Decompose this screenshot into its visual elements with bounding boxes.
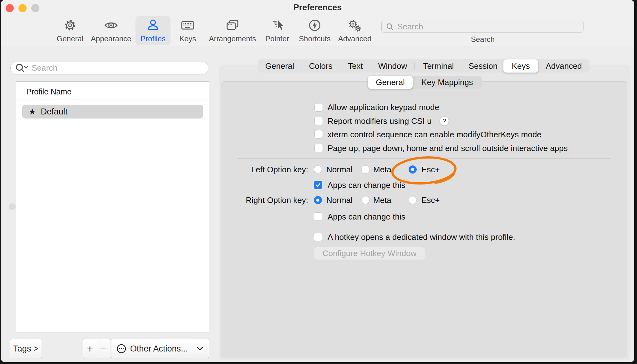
radio-label: Normal (326, 164, 353, 174)
tab-window[interactable]: Window (371, 59, 414, 73)
profile-row-default[interactable]: ★ Default (22, 105, 203, 119)
keyboard-icon (181, 16, 195, 33)
tab-advanced[interactable]: Advanced (538, 59, 589, 73)
remove-profile-button: − (97, 339, 110, 358)
toolbar-item-arrangements[interactable]: Arrangements (205, 16, 260, 43)
radio-label: Meta (373, 164, 391, 174)
checkbox-right-apps-can-change[interactable] (314, 212, 322, 221)
radio-label: Meta (373, 195, 391, 205)
checkbox-page-scroll[interactable] (314, 144, 323, 152)
profile-tab-bar: General Colors Text Window Terminal Sess… (258, 59, 589, 73)
toolbar-item-profiles[interactable]: Profiles (135, 16, 171, 45)
other-actions-dropdown[interactable]: Other Actions... (111, 339, 209, 358)
toolbar-item-shortcuts[interactable]: Shortcuts (296, 16, 334, 43)
radio-right-normal[interactable] (314, 196, 322, 204)
radio-label: Esc+ (421, 195, 440, 205)
checkbox-csi-u[interactable] (314, 117, 323, 125)
radio-label: Normal (326, 195, 353, 205)
profile-search-input[interactable] (32, 63, 204, 73)
toolbar-label: Shortcuts (299, 34, 330, 43)
section-divider (237, 226, 611, 226)
toolbar-item-pointer[interactable]: Pointer (260, 16, 294, 43)
profile-list: Profile Name ★ Default (16, 81, 209, 332)
preferences-window: Preferences General Appearance (1, 0, 634, 362)
toolbar-item-advanced[interactable]: Advanced (336, 16, 374, 43)
subtab-general[interactable]: General (368, 76, 413, 89)
tab-colors[interactable]: Colors (302, 59, 340, 73)
list-header-divider (16, 99, 209, 99)
tab-terminal[interactable]: Terminal (414, 59, 463, 73)
toolbar-label: General (57, 34, 83, 43)
checkbox-modify-other-keys[interactable] (314, 130, 323, 139)
add-profile-button[interactable]: + (83, 339, 97, 358)
search-menu-icon (15, 63, 29, 74)
window-title: Preferences (1, 3, 634, 13)
windows-icon (225, 16, 240, 33)
toolbar-item-appearance[interactable]: Appearance (89, 16, 134, 43)
toolbar-label: Arrangements (209, 34, 256, 43)
keys-subtab-bar: General Key Mappings (368, 76, 482, 89)
ellipsis-circle-icon (116, 344, 126, 354)
cursor-icon (270, 16, 284, 33)
check-icon (314, 181, 322, 189)
radio-left-normal[interactable] (314, 165, 322, 174)
checkbox-label: Allow application keypad mode (328, 102, 439, 112)
left-option-key-label: Left Option key: (222, 164, 308, 174)
checkbox-label: Apps can change this (328, 212, 405, 222)
subtab-key-mappings[interactable]: Key Mappings (413, 76, 482, 89)
titlebar-toolbar: Preferences General Appearance (1, 0, 634, 47)
radio-right-esc[interactable] (409, 196, 417, 204)
toolbar-label: Advanced (338, 34, 372, 43)
splitter-handle[interactable] (9, 203, 16, 210)
section-divider (237, 158, 611, 159)
tab-general[interactable]: General (258, 59, 302, 73)
radio-right-meta[interactable] (361, 196, 369, 204)
tags-button[interactable]: Tags > (10, 339, 42, 358)
checkbox-label: xterm control sequence can enable modify… (328, 129, 542, 139)
star-icon: ★ (28, 108, 36, 116)
toolbar-search-input[interactable] (397, 22, 579, 32)
checkbox-label: Apps can change this (328, 180, 405, 190)
toolbar-label: Keys (179, 34, 196, 43)
radio-label: Esc+ (421, 164, 440, 174)
checkbox-hotkey-window[interactable] (314, 233, 322, 241)
checkbox-keypad-mode[interactable] (314, 103, 323, 112)
chevron-down-icon (196, 346, 204, 351)
other-actions-label: Other Actions... (130, 344, 192, 354)
gear-icon (63, 16, 77, 33)
profile-name: Default (41, 107, 68, 117)
search-icon (385, 22, 394, 31)
profile-list-column-header: Profile Name (26, 87, 72, 96)
checkbox-label: Page up, page down, home and end scroll … (328, 143, 568, 153)
checkbox-label: Report modifiers using CSI u (328, 116, 431, 126)
toolbar-label: Profiles (140, 34, 166, 43)
tab-session[interactable]: Session (463, 59, 503, 73)
gears-icon (348, 16, 362, 33)
toolbar-label: Pointer (265, 34, 289, 43)
checkbox-label: A hotkey opens a dedicated window with t… (328, 232, 515, 242)
tab-keys[interactable]: Keys (503, 59, 538, 73)
profile-search-field[interactable] (10, 62, 208, 74)
eye-icon (104, 16, 118, 33)
tab-text[interactable]: Text (340, 59, 371, 73)
radio-left-meta[interactable] (361, 165, 369, 174)
toolbar-search-field[interactable] (381, 21, 583, 33)
person-icon (146, 16, 160, 33)
radio-left-esc[interactable] (409, 165, 417, 174)
toolbar-item-general[interactable]: General (51, 16, 89, 43)
help-button[interactable]: ? (440, 116, 449, 126)
toolbar-label: Appearance (91, 34, 131, 43)
toolbar-item-keys[interactable]: Keys (174, 16, 202, 43)
right-option-key-label: Right Option key: (222, 195, 308, 205)
bolt-icon (308, 16, 322, 33)
configure-hotkey-window-button: Configure Hotkey Window (314, 247, 425, 260)
checkbox-left-apps-can-change[interactable] (314, 181, 322, 189)
toolbar-search-caption: Search (451, 35, 514, 44)
